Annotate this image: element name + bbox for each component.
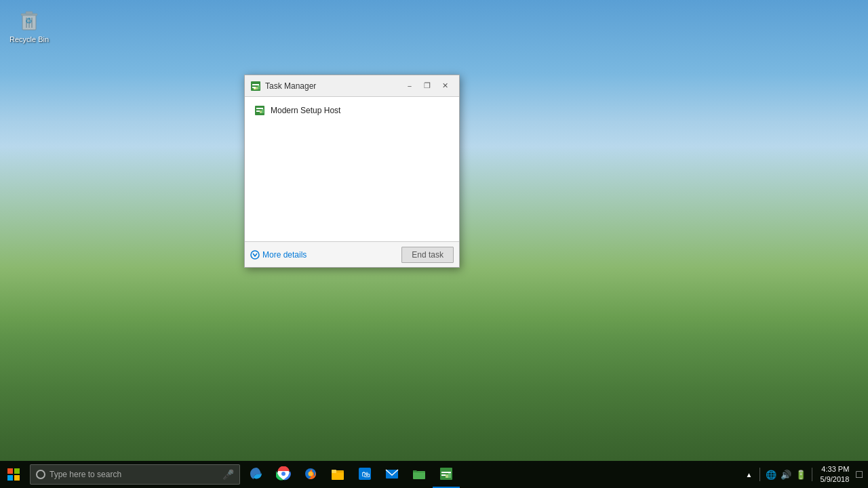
chevron-down-icon [250, 250, 260, 260]
microphone-icon[interactable]: 🎤 [222, 469, 234, 480]
svg-rect-20 [14, 468, 20, 474]
svg-point-25 [281, 472, 285, 476]
search-icon [36, 470, 45, 479]
svg-rect-35 [441, 472, 451, 473]
taskbar: Type here to search 🎤 [0, 461, 868, 488]
task-manager-footer: More details End task [245, 241, 459, 267]
store-icon: 🛍 [357, 466, 372, 481]
svg-point-18 [251, 251, 259, 259]
taskbar-app-folder[interactable] [406, 461, 433, 488]
svg-rect-2 [26, 12, 33, 14]
search-box[interactable]: Type here to search 🎤 [30, 464, 240, 485]
tray-separator-2 [812, 468, 812, 481]
more-details-label: More details [262, 250, 307, 260]
recycle-bin-label: Recycle Bin [9, 35, 49, 44]
svg-rect-38 [446, 474, 448, 478]
start-button[interactable] [0, 461, 27, 488]
clock[interactable]: 4:33 PM 5/9/2018 [821, 464, 850, 485]
taskbar-app-mail[interactable] [378, 461, 406, 488]
svg-rect-22 [14, 475, 20, 481]
clock-time: 4:33 PM [821, 464, 850, 474]
minimize-button[interactable]: − [401, 79, 418, 93]
windows-logo-icon [7, 468, 20, 481]
svg-rect-10 [258, 85, 260, 89]
taskbar-app-edge[interactable] [243, 461, 270, 488]
more-details-button[interactable]: More details [250, 250, 307, 260]
task-manager-title: Task Manager [265, 81, 401, 91]
clock-date: 5/9/2018 [821, 474, 850, 485]
svg-rect-17 [260, 110, 262, 113]
window-controls: − ❐ ✕ [401, 79, 454, 93]
process-icon [254, 105, 265, 116]
task-manager-taskbar-icon [439, 466, 454, 481]
desktop: ♻ Recycle Bin Task Manager − ❐ ✕ [0, 0, 868, 488]
file-explorer-icon [330, 466, 345, 481]
task-manager-content: Modern Setup Host [245, 97, 459, 241]
recycle-bin-icon[interactable]: ♻ Recycle Bin [5, 5, 53, 44]
svg-rect-12 [254, 88, 256, 89]
folder-icon [412, 466, 427, 481]
taskbar-app-firefox[interactable] [297, 461, 324, 488]
svg-rect-16 [262, 109, 264, 113]
task-manager-titlebar[interactable]: Task Manager − ❐ ✕ [245, 75, 459, 97]
maximize-button[interactable]: ❐ [418, 79, 436, 93]
svg-rect-29 [332, 470, 336, 473]
chrome-icon [276, 466, 291, 481]
task-manager-title-icon [250, 81, 261, 92]
close-button[interactable]: ✕ [436, 79, 454, 93]
taskbar-app-chrome[interactable] [270, 461, 297, 488]
end-task-button[interactable]: End task [401, 247, 454, 263]
svg-rect-21 [7, 475, 13, 481]
tray-overflow-arrow[interactable]: ▲ [745, 470, 754, 480]
mail-icon [384, 466, 399, 481]
process-name: Modern Setup Host [271, 106, 340, 115]
svg-rect-8 [252, 84, 259, 85]
svg-text:🛍: 🛍 [361, 470, 370, 479]
taskbar-app-task-manager[interactable] [433, 461, 460, 488]
svg-text:♻: ♻ [25, 16, 33, 26]
edge-icon [249, 466, 264, 481]
svg-rect-11 [256, 87, 258, 89]
notification-center-icon[interactable]: □ [856, 468, 863, 481]
svg-rect-19 [7, 468, 13, 474]
process-item[interactable]: Modern Setup Host [250, 102, 454, 119]
firefox-icon [303, 466, 318, 481]
task-manager-window: Task Manager − ❐ ✕ Modern Setup Host [244, 75, 460, 268]
taskbar-app-store[interactable]: 🛍 [351, 461, 378, 488]
svg-rect-37 [448, 473, 451, 478]
battery-icon[interactable]: 🔋 [795, 470, 806, 480]
search-placeholder: Type here to search [50, 470, 220, 479]
taskbar-apps: 🛍 [243, 461, 745, 488]
tray-separator [760, 468, 760, 481]
svg-rect-14 [256, 108, 263, 109]
svg-point-27 [309, 472, 313, 476]
network-icon[interactable]: 🌐 [766, 470, 776, 480]
volume-icon[interactable]: 🔊 [781, 470, 791, 480]
system-tray: ▲ 🌐 🔊 🔋 4:33 PM 5/9/2018 □ [745, 464, 868, 485]
taskbar-app-file-explorer[interactable] [324, 461, 351, 488]
